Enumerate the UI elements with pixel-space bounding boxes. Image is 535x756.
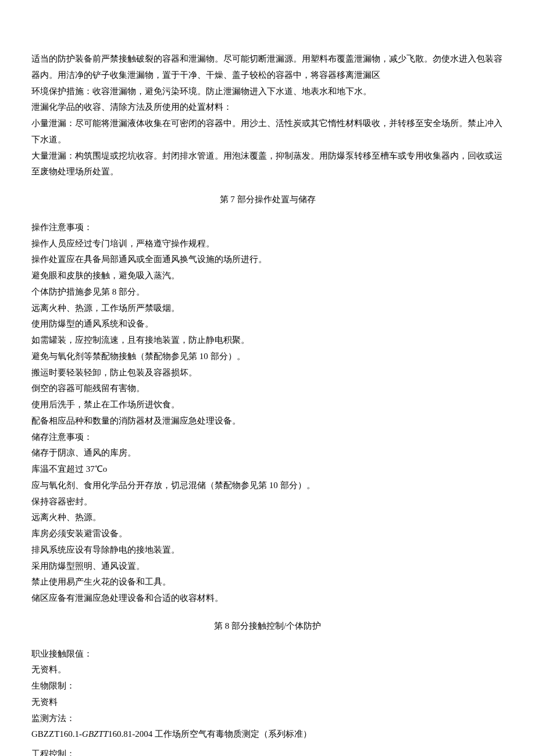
s7-line: 配备相应品种和数量的消防器材及泄漏应急处理设备。 bbox=[31, 413, 504, 429]
intro-p1: 适当的防护装备前严禁接触破裂的容器和泄漏物。尽可能切断泄漏源。用塑料布覆盖泄漏物… bbox=[31, 51, 504, 84]
s7-line: 库房必须安装避雷设备。 bbox=[31, 526, 504, 542]
intro-p4: 小量泄漏：尽可能将泄漏液体收集在可密闭的容器中。用沙土、活性炭或其它惰性材料吸收… bbox=[31, 116, 504, 148]
s8-biological-limit-label: 生物限制： bbox=[31, 678, 504, 694]
intro-p3: 泄漏化学品的收容、清除方法及所使用的处置材料： bbox=[31, 99, 504, 116]
s8-line: 无资料 bbox=[31, 694, 504, 711]
s8-std-part-c: 160.81-2004 工作场所空气有毒物质测定（系列标准） bbox=[108, 729, 312, 739]
s8-engineering-control-label: 工程控制： bbox=[31, 746, 504, 756]
s7-line: 储存于阴凉、通风的库房。 bbox=[31, 445, 504, 461]
s8-std-part-a: GBZZT160.1- bbox=[31, 729, 82, 739]
s8-occupational-limit-label: 职业接触限值： bbox=[31, 646, 504, 662]
s7-line: 应与氧化剂、食用化学品分开存放，切忌混储（禁配物参见第 10 部分）。 bbox=[31, 478, 504, 494]
s7-line: 操作人员应经过专门培训，严格遵守操作规程。 bbox=[31, 236, 504, 252]
s7-operation-notes-label: 操作注意事项： bbox=[31, 220, 504, 236]
s7-line: 库温不宜超过 37℃o bbox=[31, 461, 504, 478]
s7-line: 避免眼和皮肤的接触，避免吸入蒸汽。 bbox=[31, 268, 504, 284]
section-7-heading: 第 7 部分操作处置与储存 bbox=[31, 192, 504, 208]
s7-line: 远离火种、热源。 bbox=[31, 510, 504, 526]
s7-line: 远离火种、热源，工作场所严禁吸烟。 bbox=[31, 300, 504, 317]
s7-line: 使用防爆型的通风系统和设备。 bbox=[31, 316, 504, 332]
s7-line: 搬运时要轻装轻卸，防止包装及容器损坏。 bbox=[31, 365, 504, 381]
s7-line: 保持容器密封。 bbox=[31, 494, 504, 510]
s7-line: 采用防爆型照明、通风设置。 bbox=[31, 558, 504, 575]
s7-line: 储区应备有泄漏应急处理设备和合适的收容材料。 bbox=[31, 590, 504, 607]
s7-line: 如需罐装，应控制流速，且有接地装置，防止静电积聚。 bbox=[31, 332, 504, 349]
intro-p2: 环境保护措施：收容泄漏物，避免污染环境。防止泄漏物进入下水道、地表水和地下水。 bbox=[31, 84, 504, 100]
s7-line: 禁止使用易产生火花的设备和工具。 bbox=[31, 574, 504, 590]
s8-line: 无资料。 bbox=[31, 662, 504, 678]
s8-std-part-b: GBZTT bbox=[82, 729, 108, 739]
s7-line: 倒空的容器可能残留有害物。 bbox=[31, 381, 504, 397]
s7-line: 使用后洗手，禁止在工作场所进饮食。 bbox=[31, 397, 504, 413]
s8-monitoring-method-label: 监测方法： bbox=[31, 711, 504, 727]
s7-line: 排风系统应设有导除静电的接地装置。 bbox=[31, 542, 504, 558]
s7-line: 操作处置应在具备局部通风或全面通风换气设施的场所进行。 bbox=[31, 252, 504, 268]
s7-line: 避免与氧化剂等禁配物接触（禁配物参见第 10 部分）。 bbox=[31, 349, 504, 365]
s7-line: 个体防护措施参见第 8 部分。 bbox=[31, 284, 504, 300]
s7-storage-notes-label: 储存注意事项： bbox=[31, 429, 504, 446]
section-8-heading: 第 8 部分接触控制/个体防护 bbox=[31, 618, 504, 635]
s8-standard-line: GBZZT160.1-GBZTT160.81-2004 工作场所空气有毒物质测定… bbox=[31, 726, 504, 743]
intro-p5: 大量泄漏：构筑围堤或挖坑收容。封闭排水管道。用泡沫覆盖，抑制蒸发。用防爆泵转移至… bbox=[31, 148, 504, 181]
